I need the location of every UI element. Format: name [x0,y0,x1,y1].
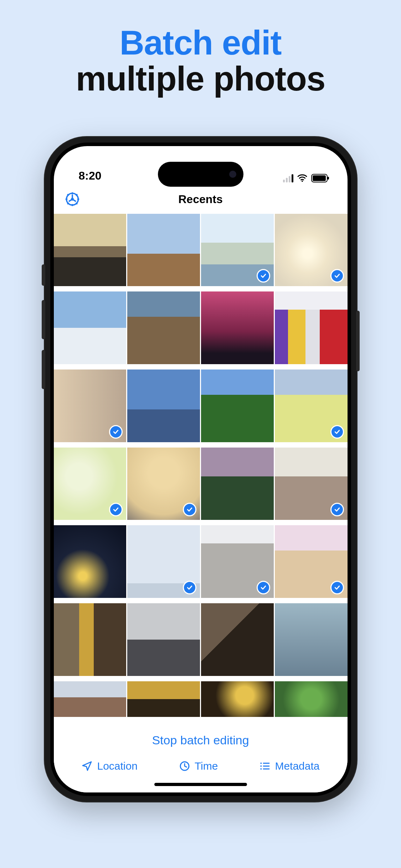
location-button[interactable]: Location [81,760,137,772]
dynamic-island [158,162,243,187]
stop-batch-editing-button[interactable]: Stop batch editing [54,730,348,758]
selected-check-icon [257,581,270,594]
cellular-icon [283,174,293,182]
photo-thumbnail[interactable] [54,214,127,286]
battery-icon [311,174,328,182]
list-icon [259,760,271,772]
photo-image [201,681,274,717]
photo-thumbnail[interactable] [54,681,127,717]
volume-up-button [42,300,45,339]
promo-line-2: multiple photos [76,61,325,97]
photo-thumbnail[interactable] [275,525,348,598]
photo-thumbnail[interactable] [275,291,348,364]
selected-check-icon [330,581,344,594]
photo-thumbnail[interactable] [127,681,200,717]
selected-check-icon [183,581,196,594]
settings-gear-icon[interactable] [65,191,80,207]
photo-image [127,214,200,286]
selected-check-icon [330,425,344,439]
photo-thumbnail[interactable] [54,370,127,442]
photo-thumbnail[interactable] [127,214,200,286]
photo-thumbnail[interactable] [127,448,200,520]
selected-check-icon [183,503,196,516]
photo-image [201,291,274,364]
phone-frame: 8:20 [44,136,358,802]
photo-thumbnail[interactable] [201,681,274,717]
svg-point-17 [261,768,262,770]
selected-check-icon [109,503,123,516]
photo-thumbnail[interactable] [275,370,348,442]
photo-thumbnail[interactable] [127,525,200,598]
photo-thumbnail[interactable] [127,603,200,676]
metadata-label: Metadata [275,760,319,772]
edit-toolbar: Location Time [54,758,348,783]
bottom-panel: Stop batch editing Location Time [54,721,348,792]
location-arrow-icon [81,760,93,772]
photo-image [54,681,127,717]
page-title: Recents [178,193,223,206]
photo-image [54,214,127,286]
photo-image [275,681,348,717]
selected-check-icon [330,503,344,516]
photo-thumbnail[interactable] [275,214,348,286]
photo-image [127,370,200,442]
photo-image [127,681,200,717]
photo-thumbnail[interactable] [54,603,127,676]
selected-check-icon [330,269,344,283]
status-time: 8:20 [79,169,102,182]
photo-thumbnail[interactable] [275,448,348,520]
photo-thumbnail[interactable] [127,370,200,442]
photo-image [54,291,127,364]
power-button [356,311,360,371]
location-label: Location [97,760,137,772]
photo-thumbnail[interactable] [275,603,348,676]
photo-thumbnail[interactable] [54,291,127,364]
photo-thumbnail[interactable] [201,291,274,364]
photo-image [127,291,200,364]
app-screen: 8:20 [54,146,348,792]
promo-heading: Batch edit multiple photos [76,25,325,97]
photo-image [54,525,127,598]
svg-point-15 [261,763,262,764]
photo-image [275,291,348,364]
photo-image [275,603,348,676]
photo-image [127,603,200,676]
promo-line-1: Batch edit [76,25,325,61]
home-indicator[interactable] [154,783,247,786]
svg-point-16 [261,765,262,767]
time-label: Time [195,760,218,772]
photo-thumbnail[interactable] [54,525,127,598]
svg-point-0 [302,180,303,182]
clock-icon [179,760,190,772]
selected-check-icon [257,269,270,283]
mute-switch [42,264,45,286]
photo-thumbnail[interactable] [201,525,274,598]
photo-grid [54,214,348,721]
wifi-icon [297,174,308,182]
photo-image [201,448,274,520]
photo-thumbnail[interactable] [201,603,274,676]
nav-header: Recents [54,185,348,214]
photo-thumbnail[interactable] [201,448,274,520]
photo-thumbnail[interactable] [275,681,348,717]
photo-image [201,370,274,442]
photo-image [201,603,274,676]
photo-image [54,603,127,676]
photo-thumbnail[interactable] [201,214,274,286]
time-button[interactable]: Time [179,760,218,772]
photo-thumbnail[interactable] [201,370,274,442]
metadata-button[interactable]: Metadata [259,760,319,772]
selected-check-icon [109,425,123,439]
volume-down-button [42,350,45,389]
photo-thumbnail[interactable] [54,448,127,520]
photo-thumbnail[interactable] [127,291,200,364]
